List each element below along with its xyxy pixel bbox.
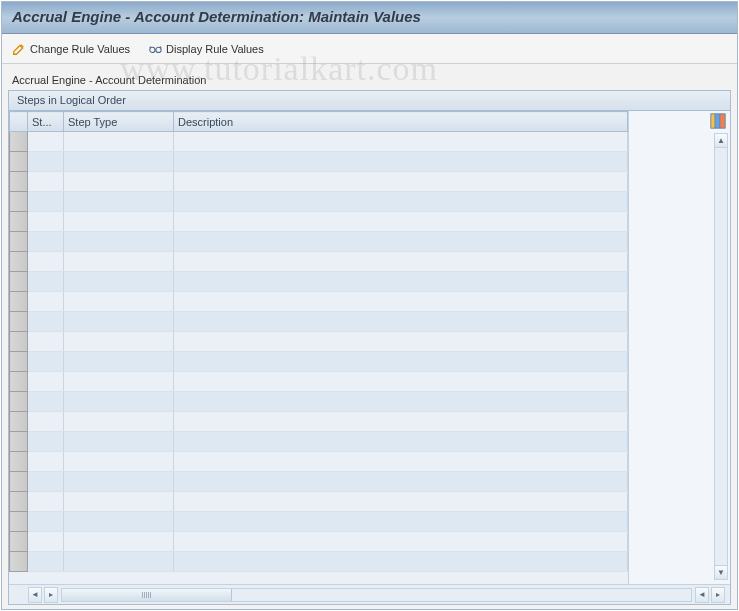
- cell-step[interactable]: [28, 312, 64, 332]
- table-row[interactable]: [10, 352, 628, 372]
- cell-description[interactable]: [174, 252, 628, 272]
- table-settings-icon[interactable]: [710, 113, 726, 129]
- cell-step-type[interactable]: [64, 172, 174, 192]
- row-selector[interactable]: [10, 212, 28, 232]
- cell-step[interactable]: [28, 452, 64, 472]
- cell-step[interactable]: [28, 412, 64, 432]
- table-row[interactable]: [10, 232, 628, 252]
- cell-step-type[interactable]: [64, 152, 174, 172]
- cell-step[interactable]: [28, 472, 64, 492]
- column-step-type[interactable]: Step Type: [64, 112, 174, 132]
- cell-step-type[interactable]: [64, 432, 174, 452]
- cell-description[interactable]: [174, 392, 628, 412]
- row-selector[interactable]: [10, 412, 28, 432]
- change-rule-values-button[interactable]: Change Rule Values: [8, 40, 134, 58]
- scroll-down-arrow-icon[interactable]: ▼: [715, 565, 727, 579]
- cell-description[interactable]: [174, 172, 628, 192]
- cell-description[interactable]: [174, 292, 628, 312]
- table-row[interactable]: [10, 432, 628, 452]
- cell-description[interactable]: [174, 132, 628, 152]
- table-row[interactable]: [10, 372, 628, 392]
- horizontal-scroll-thumb[interactable]: [62, 589, 232, 601]
- cell-description[interactable]: [174, 432, 628, 452]
- table-row[interactable]: [10, 292, 628, 312]
- cell-step-type[interactable]: [64, 552, 174, 572]
- table-row[interactable]: [10, 152, 628, 172]
- cell-step[interactable]: [28, 132, 64, 152]
- row-selector[interactable]: [10, 192, 28, 212]
- vertical-scrollbar[interactable]: ▲ ▼: [714, 133, 728, 580]
- cell-step[interactable]: [28, 432, 64, 452]
- cell-step[interactable]: [28, 332, 64, 352]
- cell-description[interactable]: [174, 532, 628, 552]
- column-step[interactable]: St...: [28, 112, 64, 132]
- row-selector[interactable]: [10, 552, 28, 572]
- row-selector[interactable]: [10, 492, 28, 512]
- cell-step[interactable]: [28, 272, 64, 292]
- cell-step[interactable]: [28, 152, 64, 172]
- row-selector[interactable]: [10, 532, 28, 552]
- row-selector[interactable]: [10, 232, 28, 252]
- cell-step[interactable]: [28, 532, 64, 552]
- table-row[interactable]: [10, 392, 628, 412]
- cell-description[interactable]: [174, 472, 628, 492]
- table-row[interactable]: [10, 552, 628, 572]
- column-description[interactable]: Description: [174, 112, 628, 132]
- cell-description[interactable]: [174, 332, 628, 352]
- table-row[interactable]: [10, 312, 628, 332]
- row-selector[interactable]: [10, 152, 28, 172]
- table-row[interactable]: [10, 412, 628, 432]
- cell-description[interactable]: [174, 212, 628, 232]
- scroll-up-arrow-icon[interactable]: ▲: [715, 134, 727, 148]
- row-selector[interactable]: [10, 272, 28, 292]
- table-row[interactable]: [10, 252, 628, 272]
- cell-step-type[interactable]: [64, 232, 174, 252]
- cell-description[interactable]: [174, 232, 628, 252]
- cell-description[interactable]: [174, 552, 628, 572]
- table-row[interactable]: [10, 532, 628, 552]
- cell-step[interactable]: [28, 292, 64, 312]
- cell-step-type[interactable]: [64, 192, 174, 212]
- row-selector[interactable]: [10, 432, 28, 452]
- cell-step[interactable]: [28, 512, 64, 532]
- cell-step-type[interactable]: [64, 472, 174, 492]
- column-selector[interactable]: [10, 112, 28, 132]
- table-row[interactable]: [10, 272, 628, 292]
- cell-step[interactable]: [28, 192, 64, 212]
- row-selector[interactable]: [10, 372, 28, 392]
- cell-description[interactable]: [174, 412, 628, 432]
- cell-step[interactable]: [28, 172, 64, 192]
- row-selector[interactable]: [10, 172, 28, 192]
- cell-step[interactable]: [28, 232, 64, 252]
- table-row[interactable]: [10, 332, 628, 352]
- table-row[interactable]: [10, 452, 628, 472]
- row-selector[interactable]: [10, 392, 28, 412]
- table-row[interactable]: [10, 132, 628, 152]
- cell-step[interactable]: [28, 372, 64, 392]
- row-selector[interactable]: [10, 472, 28, 492]
- row-selector[interactable]: [10, 292, 28, 312]
- cell-step-type[interactable]: [64, 532, 174, 552]
- cell-description[interactable]: [174, 312, 628, 332]
- cell-step-type[interactable]: [64, 392, 174, 412]
- horizontal-scrollbar[interactable]: [61, 588, 692, 602]
- scroll-first-arrow-icon[interactable]: ◄: [28, 587, 42, 603]
- row-selector[interactable]: [10, 252, 28, 272]
- cell-step[interactable]: [28, 492, 64, 512]
- cell-description[interactable]: [174, 372, 628, 392]
- row-selector[interactable]: [10, 352, 28, 372]
- cell-description[interactable]: [174, 152, 628, 172]
- cell-step-type[interactable]: [64, 132, 174, 152]
- cell-step[interactable]: [28, 212, 64, 232]
- table-row[interactable]: [10, 172, 628, 192]
- cell-step-type[interactable]: [64, 352, 174, 372]
- cell-step[interactable]: [28, 252, 64, 272]
- cell-description[interactable]: [174, 192, 628, 212]
- row-selector[interactable]: [10, 132, 28, 152]
- display-rule-values-button[interactable]: Display Rule Values: [144, 40, 268, 58]
- cell-step-type[interactable]: [64, 492, 174, 512]
- table-row[interactable]: [10, 212, 628, 232]
- cell-step-type[interactable]: [64, 212, 174, 232]
- cell-step-type[interactable]: [64, 512, 174, 532]
- cell-description[interactable]: [174, 512, 628, 532]
